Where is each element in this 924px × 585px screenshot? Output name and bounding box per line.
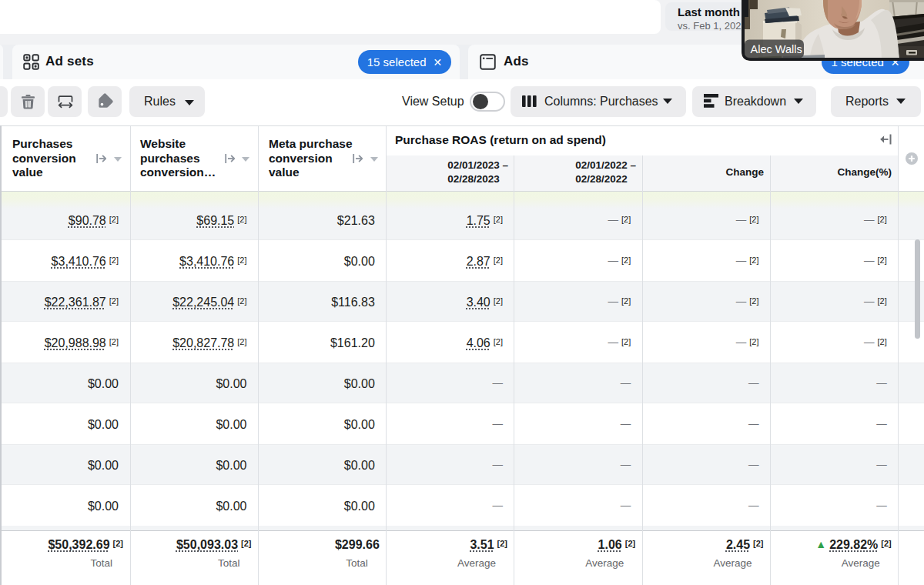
svg-text:Alec Walls: Alec Walls [751, 43, 802, 55]
